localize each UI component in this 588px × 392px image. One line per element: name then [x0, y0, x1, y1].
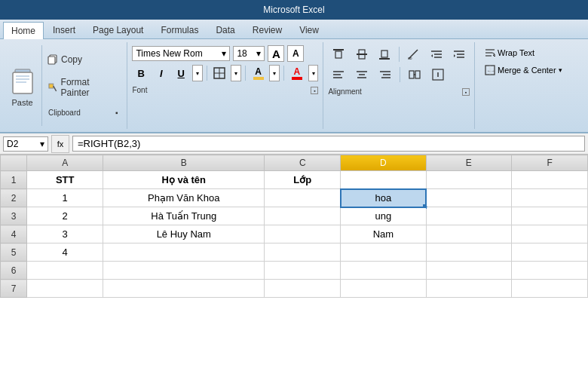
row-header-7: 7	[1, 280, 27, 298]
cell-b3[interactable]: Hà Tuấn Trung	[103, 207, 265, 225]
font-grow-button[interactable]: A	[268, 45, 284, 62]
tab-formulas[interactable]: Formulas	[152, 21, 207, 38]
align-middle-button[interactable]	[351, 45, 372, 63]
cell-a2[interactable]: 1	[27, 189, 103, 207]
cell-e4[interactable]	[426, 225, 511, 243]
font-color-icon: A	[292, 66, 302, 80]
tab-data[interactable]: Data	[207, 21, 243, 38]
clipboard-expand-icon[interactable]: ▪	[115, 109, 118, 117]
font-shrink-button[interactable]: A	[287, 45, 304, 62]
wrap-text-button[interactable]: Wrap Text	[479, 45, 583, 60]
fill-dropdown[interactable]: ▾	[269, 65, 280, 81]
italic-button[interactable]: I	[152, 64, 170, 82]
align-center-button[interactable]	[351, 66, 372, 84]
font-expand-icon[interactable]: ▪	[311, 87, 318, 94]
fx-button[interactable]: fx	[51, 135, 69, 153]
cell-a3[interactable]: 2	[27, 207, 103, 225]
paste-label: Paste	[11, 98, 32, 107]
merge-center-arrow[interactable]: ▾	[559, 66, 562, 74]
col-header-c[interactable]: C	[265, 155, 341, 171]
cell-e7[interactable]	[426, 280, 511, 298]
cell-f4[interactable]	[512, 225, 588, 243]
tab-view[interactable]: View	[291, 21, 327, 38]
orient-button[interactable]: ab	[403, 45, 424, 63]
cell-d2[interactable]: hoa ⊞	[341, 189, 426, 207]
cell-d7[interactable]	[341, 280, 426, 298]
align-left-button[interactable]	[328, 66, 349, 84]
border-dropdown[interactable]: ▾	[231, 65, 241, 81]
cell-d6[interactable]	[341, 262, 426, 280]
cell-f6[interactable]	[512, 262, 588, 280]
cell-e1[interactable]	[426, 171, 511, 189]
cell-c3[interactable]	[265, 207, 341, 225]
tab-insert[interactable]: Insert	[44, 21, 84, 38]
bold-button[interactable]: B	[132, 64, 150, 82]
cell-f3[interactable]	[512, 207, 588, 225]
cell-a7[interactable]	[27, 280, 103, 298]
cell-f7[interactable]	[512, 280, 588, 298]
tab-home[interactable]: Home	[3, 22, 44, 39]
underline-button[interactable]: U	[172, 64, 190, 82]
cell-c4[interactable]	[265, 225, 341, 243]
align-right-button[interactable]	[375, 66, 396, 84]
tab-page-layout[interactable]: Page Layout	[84, 21, 152, 38]
cell-e3[interactable]	[426, 207, 511, 225]
cell-b2[interactable]: Phạm Văn Khoa	[103, 189, 265, 207]
cell-e2[interactable]	[426, 189, 511, 207]
align-expand-icon[interactable]: ▪	[462, 88, 470, 96]
cell-f2[interactable]	[512, 189, 588, 207]
cell-b5[interactable]	[103, 243, 265, 262]
cell-f1[interactable]	[512, 171, 588, 189]
title-bar: Microsoft Excel	[0, 0, 588, 20]
cell-b1[interactable]: Họ và tên	[103, 171, 265, 189]
cell-f5[interactable]	[512, 243, 588, 262]
merge-left-button[interactable]	[404, 66, 425, 84]
font-color-button[interactable]: A	[288, 64, 306, 82]
cell-c1[interactable]: Lớp	[265, 171, 341, 189]
cell-a4[interactable]: 3	[27, 225, 103, 243]
formula-input[interactable]: =RIGHT(B2,3)	[72, 136, 585, 152]
cell-b7[interactable]	[103, 280, 265, 298]
col-header-d[interactable]: D	[341, 155, 426, 171]
format-painter-button[interactable]: Format Painter	[45, 75, 121, 100]
merge-right-button[interactable]	[427, 66, 449, 84]
underline-dropdown[interactable]: ▾	[192, 65, 203, 81]
cell-c5[interactable]	[265, 243, 341, 262]
cell-a6[interactable]	[27, 262, 103, 280]
indent-increase-button[interactable]	[449, 45, 470, 63]
cell-e6[interactable]	[426, 262, 511, 280]
cell-d3[interactable]: ung	[341, 207, 426, 225]
fill-color-button[interactable]: A	[250, 64, 268, 82]
align-top-button[interactable]	[328, 45, 348, 63]
cell-a1[interactable]: STT	[27, 171, 103, 189]
font-section: Times New Rom ▾ 18 ▾ A A B I U	[127, 42, 323, 129]
sep-align2	[400, 67, 400, 82]
cell-b6[interactable]	[103, 262, 265, 280]
cell-reference-box[interactable]: D2 ▾	[3, 136, 48, 152]
copy-button[interactable]: Copy	[45, 53, 121, 66]
col-header-f[interactable]: F	[512, 155, 588, 171]
font-size-dropdown[interactable]: 18 ▾	[233, 46, 265, 61]
cell-a5[interactable]: 4	[27, 243, 103, 262]
table-row: 6	[1, 262, 588, 280]
paste-button[interactable]: Paste	[3, 45, 42, 126]
align-row1: ab	[328, 45, 470, 63]
font-color-dropdown[interactable]: ▾	[308, 65, 319, 81]
cell-c7[interactable]	[265, 280, 341, 298]
align-bottom-button[interactable]	[374, 45, 394, 63]
col-header-e[interactable]: E	[426, 155, 511, 171]
cell-c6[interactable]	[265, 262, 341, 280]
border-button[interactable]	[211, 64, 229, 82]
tab-review[interactable]: Review	[244, 21, 290, 38]
col-header-b[interactable]: B	[103, 155, 265, 171]
font-name-dropdown[interactable]: Times New Rom ▾	[132, 46, 230, 61]
merge-center-button[interactable]: ← → Merge & Center ▾	[479, 63, 583, 78]
cell-b4[interactable]: Lê Huy Nam	[103, 225, 265, 243]
cell-d5[interactable]	[341, 243, 426, 262]
cell-d1[interactable]	[341, 171, 426, 189]
cell-d4[interactable]: Nam	[341, 225, 426, 243]
col-header-a[interactable]: A	[27, 155, 103, 171]
cell-c2[interactable]	[265, 189, 341, 207]
cell-e5[interactable]	[426, 243, 511, 262]
indent-decrease-button[interactable]	[426, 45, 446, 63]
